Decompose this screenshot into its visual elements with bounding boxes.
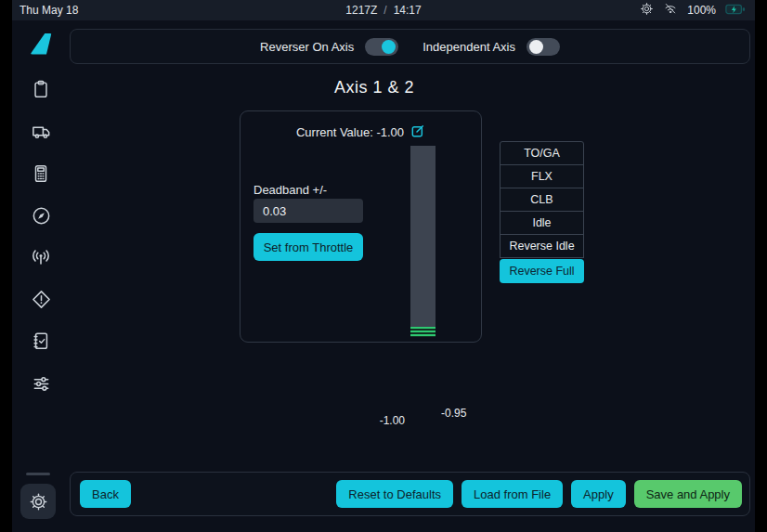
sliders-icon[interactable]	[30, 372, 52, 395]
clipboard-icon[interactable]	[30, 78, 52, 100]
sidebar-divider	[26, 473, 50, 475]
app-logo[interactable]	[30, 32, 52, 55]
status-time-local: 14:17	[394, 4, 422, 17]
reverser-on-axis-toggle[interactable]	[365, 38, 398, 56]
set-from-throttle-button[interactable]: Set from Throttle	[254, 233, 363, 261]
axis-value-bar	[410, 146, 436, 337]
back-button[interactable]: Back	[80, 480, 131, 508]
save-and-apply-button[interactable]: Save and Apply	[634, 480, 742, 508]
status-time-utc: 1217Z	[345, 4, 377, 17]
app-window: Reverser On Axis Independent Axis Axis 1…	[12, 20, 755, 532]
footer-bar: Back Reset to Defaults Load from File Ap…	[70, 472, 750, 516]
bar-min-label: -1.00	[364, 414, 405, 427]
sidebar-item-settings[interactable]	[20, 484, 56, 519]
deadband-input[interactable]	[254, 199, 363, 223]
load-from-file-button[interactable]: Load from File	[462, 480, 563, 508]
detent-reverse-idle[interactable]: Reverse Idle	[500, 234, 584, 258]
battery-percent: 100%	[687, 4, 716, 17]
page-title: Axis 1 & 2	[244, 78, 504, 97]
detent-idle[interactable]: Idle	[500, 211, 584, 235]
wifi-off-icon	[663, 2, 678, 19]
detent-toga[interactable]: TO/GA	[500, 141, 584, 165]
reset-to-defaults-button[interactable]: Reset to Defaults	[336, 480, 453, 508]
detent-list: TO/GA FLX CLB Idle Reverse Idle Reverse …	[500, 141, 584, 283]
compass-icon[interactable]	[30, 204, 52, 227]
independent-axis-toggle[interactable]	[526, 38, 560, 56]
truck-icon[interactable]	[30, 120, 52, 142]
axis-calibration-panel: Current Value: -1.00 Deadband +/- Set fr…	[240, 110, 482, 343]
deadband-zone	[410, 327, 436, 337]
apply-button[interactable]: Apply	[571, 480, 626, 508]
edit-icon[interactable]	[410, 123, 425, 141]
calculator-icon[interactable]	[30, 162, 52, 185]
detent-clb[interactable]: CLB	[500, 188, 584, 212]
checklist-icon[interactable]	[30, 330, 52, 352]
sidebar-nav	[12, 20, 70, 532]
independent-axis-label: Independent Axis	[422, 40, 515, 54]
antenna-icon[interactable]	[30, 246, 52, 268]
battery-charging-icon	[725, 3, 746, 19]
reverser-on-axis-label: Reverser On Axis	[260, 40, 354, 54]
axis-options-bar: Reverser On Axis Independent Axis	[70, 29, 750, 64]
gear-icon[interactable]	[640, 2, 654, 19]
status-bar: Thu May 18 1217Z/14:17 100%	[12, 0, 755, 20]
detent-reverse-full[interactable]: Reverse Full	[500, 259, 584, 283]
status-time-separator: /	[377, 4, 393, 17]
gear-icon	[29, 492, 48, 512]
bar-deadband-top-label: -0.95	[441, 407, 466, 420]
detent-flx[interactable]: FLX	[500, 164, 584, 188]
deadband-label: Deadband +/-	[254, 183, 327, 197]
warning-diamond-icon[interactable]	[30, 288, 52, 310]
current-value-label: Current Value: -1.00	[296, 125, 404, 139]
